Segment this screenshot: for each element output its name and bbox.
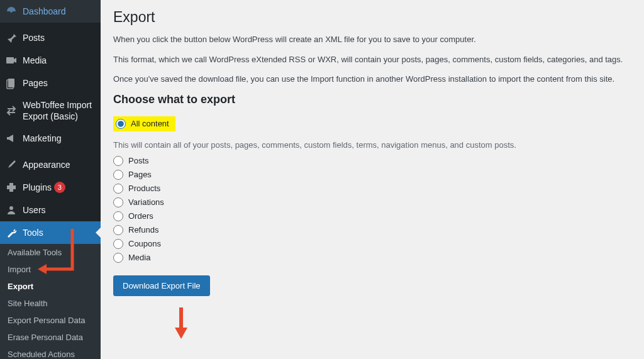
export-option-products[interactable]: Products [113, 184, 631, 194]
choose-heading: Choose what to export [113, 93, 631, 106]
radio-label[interactable]: Pages [128, 170, 152, 179]
sidebar-item-dashboard[interactable]: Dashboard [0, 0, 101, 23]
submenu-scheduled-actions[interactable]: Scheduled Actions [0, 346, 101, 359]
sidebar-item-marketing[interactable]: Marketing [0, 127, 101, 150]
radio-media[interactable] [113, 253, 123, 263]
radio-posts[interactable] [113, 156, 123, 166]
sidebar-item-label: Plugins [23, 182, 52, 192]
export-option-refunds[interactable]: Refunds [113, 225, 631, 235]
pages-icon [5, 77, 18, 89]
export-option-coupons[interactable]: Coupons [113, 239, 631, 249]
radio-variations[interactable] [113, 197, 123, 207]
dashboard-icon [5, 5, 18, 18]
intro-paragraph: When you click the button below WordPres… [113, 33, 631, 46]
wrench-icon [5, 226, 18, 239]
export-option-variations[interactable]: Variations [113, 197, 631, 207]
radio-label[interactable]: All content [131, 119, 169, 128]
submenu-erase-personal-data[interactable]: Erase Personal Data [0, 329, 101, 346]
media-icon [5, 54, 18, 67]
intro-paragraph: Once you've saved the download file, you… [113, 73, 631, 86]
sidebar-item-label: Tools [23, 228, 43, 238]
svg-point-4 [9, 206, 13, 210]
tools-submenu: Available Tools Import Export Site Healt… [0, 244, 101, 359]
radio-label[interactable]: Posts [128, 156, 149, 165]
sidebar-item-pages[interactable]: Pages [0, 72, 101, 94]
submenu-available-tools[interactable]: Available Tools [0, 244, 101, 261]
sidebar-item-posts[interactable]: Posts [0, 26, 101, 49]
sidebar-item-users[interactable]: Users [0, 199, 101, 221]
export-option-all-content[interactable]: All content [113, 116, 175, 131]
submenu-import[interactable]: Import [0, 261, 101, 278]
brush-icon [5, 158, 18, 171]
radio-label[interactable]: Variations [128, 197, 164, 207]
all-content-description: This will contain all of your posts, pag… [113, 140, 631, 150]
radio-label[interactable]: Products [128, 184, 160, 193]
main-content: Export When you click the button below W… [101, 0, 644, 359]
sidebar-item-label: Posts [23, 33, 45, 43]
sidebar-item-media[interactable]: Media [0, 49, 101, 72]
radio-pages[interactable] [113, 170, 123, 180]
export-option-pages[interactable]: Pages [113, 170, 631, 180]
sidebar-item-label: Marketing [23, 133, 61, 143]
submenu-export[interactable]: Export [0, 278, 101, 295]
sidebar-item-plugins[interactable]: Plugins 3 [0, 176, 101, 199]
page-title: Export [113, 9, 631, 26]
intro-paragraph: This format, which we call WordPress eXt… [113, 53, 631, 66]
radio-label[interactable]: Orders [128, 211, 153, 221]
export-option-media[interactable]: Media [113, 253, 631, 263]
radio-all-content[interactable] [116, 119, 126, 129]
download-export-file-button[interactable]: Download Export File [113, 275, 210, 296]
sidebar-item-tools[interactable]: Tools [0, 221, 101, 244]
sidebar-item-label: Pages [23, 78, 48, 88]
radio-products[interactable] [113, 184, 123, 194]
radio-refunds[interactable] [113, 225, 123, 235]
radio-label[interactable]: Refunds [128, 225, 158, 235]
sidebar-item-label: Dashboard [23, 6, 66, 16]
sidebar-item-label: Appearance [23, 160, 70, 170]
submenu-export-personal-data[interactable]: Export Personal Data [0, 312, 101, 329]
sidebar-item-label: Users [23, 205, 46, 215]
megaphone-icon [5, 132, 18, 145]
radio-orders[interactable] [113, 211, 123, 221]
users-icon [5, 204, 18, 216]
pin-icon [5, 31, 18, 44]
svg-point-0 [10, 10, 13, 13]
svg-rect-1 [6, 57, 14, 64]
sidebar-item-appearance[interactable]: Appearance [0, 153, 101, 176]
sidebar-item-webtoffee[interactable]: WebToffee Import Export (Basic) [0, 94, 101, 127]
radio-label[interactable]: Coupons [128, 239, 161, 248]
radio-label[interactable]: Media [128, 253, 150, 262]
admin-sidebar: Dashboard Posts Media Pages WebToffee Im… [0, 0, 101, 359]
sidebar-item-label: WebToffee Import Export (Basic) [23, 99, 96, 122]
plugins-update-badge: 3 [54, 182, 65, 193]
export-option-posts[interactable]: Posts [113, 156, 631, 166]
export-option-orders[interactable]: Orders [113, 211, 631, 221]
import-export-icon [5, 104, 18, 117]
sidebar-item-label: Media [23, 55, 47, 65]
plugin-icon [5, 181, 18, 194]
submenu-site-health[interactable]: Site Health [0, 295, 101, 312]
radio-coupons[interactable] [113, 239, 123, 249]
